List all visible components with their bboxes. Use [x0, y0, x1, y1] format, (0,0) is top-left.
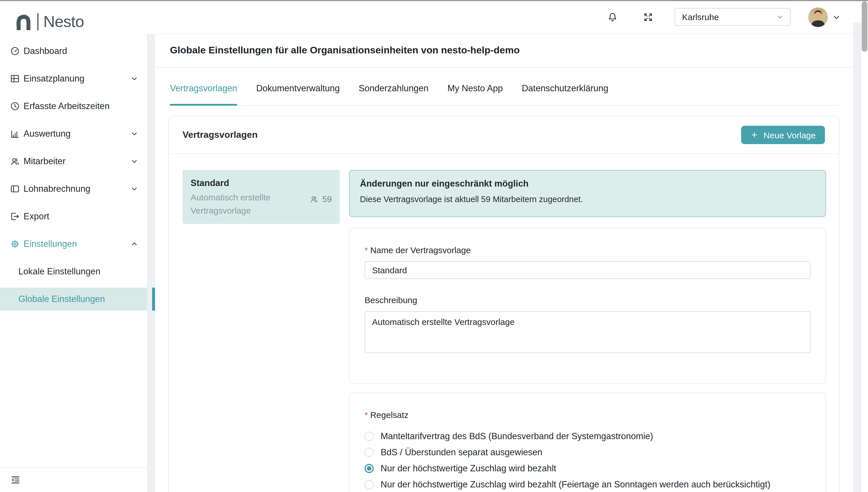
sidebar-item-export[interactable]: Export	[0, 203, 147, 230]
window-top-edge	[0, 0, 868, 1]
page-title: Globale Einstellungen für alle Organisat…	[170, 45, 520, 56]
clock-icon	[10, 101, 20, 112]
nesto-logo-mark-icon	[14, 12, 33, 31]
sidebar-item-lohnabrechnung[interactable]: Lohnabrechnung	[0, 175, 147, 203]
collapse-sidebar-icon[interactable]	[10, 475, 21, 485]
bar-chart-icon	[10, 129, 20, 139]
name-field-label: *Name der Vertragsvorlage	[365, 245, 811, 256]
plus-icon	[750, 131, 758, 139]
tab-sonderzahlungen[interactable]: Sonderzahlungen	[359, 68, 428, 106]
sidebar-item-label: Einsatzplanung	[24, 73, 84, 84]
radio-unchecked-icon	[365, 480, 374, 489]
chevron-up-icon	[131, 241, 138, 247]
radio-unchecked-icon	[365, 448, 374, 457]
sidebar-gutter	[147, 34, 155, 492]
template-description-textarea[interactable]: Automatisch erstellte Vertragsvorlage	[365, 311, 811, 353]
sidebar-footer	[0, 467, 147, 492]
sidebar-subitem-label: Globale Einstellungen	[18, 294, 105, 304]
description-field-label: Beschreibung	[365, 295, 811, 306]
location-select-value: Karlsruhe	[682, 12, 719, 22]
sidebar-nav: Dashboard Einsatzplanung	[0, 37, 147, 311]
new-template-button-label: Neue Vorlage	[764, 130, 816, 140]
fullscreen-expand-icon	[642, 11, 654, 23]
sidebar-item-label: Dashboard	[24, 46, 67, 56]
required-asterisk: *	[365, 245, 368, 255]
tab-vertragsvorlagen[interactable]: Vertragsvorlagen	[170, 68, 237, 106]
sidebar-item-label: Einstellungen	[24, 239, 77, 249]
radio-checked-icon	[365, 464, 374, 473]
template-name-input[interactable]	[365, 261, 811, 279]
tab-bar: Vertragsvorlagen Dokumentverwaltung Sond…	[170, 68, 839, 106]
sidebar: Nesto Dashboard Einsatzplanung	[0, 1, 147, 492]
assigned-count-value: 59	[322, 194, 332, 204]
people-icon	[310, 194, 319, 203]
sidebar-item-auswertung[interactable]: Auswertung	[0, 120, 147, 148]
sidebar-item-label: Lohnabrechnung	[24, 184, 91, 194]
logo-wordmark: Nesto	[43, 13, 84, 31]
chevron-down-icon	[833, 13, 840, 21]
chevron-down-icon	[131, 75, 138, 82]
ruleset-form-card: *Regelsatz Manteltarifvertrag des BdS (B…	[349, 393, 826, 492]
template-list-item-standard[interactable]: Standard Automatisch erstellte Vertragsv…	[182, 170, 340, 224]
panel-heading: Vertragsvorlagen	[182, 130, 257, 140]
active-item-indicator	[152, 288, 155, 311]
notice-body: Diese Vertragsvorlage ist aktuell 59 Mit…	[360, 195, 815, 204]
sidebar-item-label: Auswertung	[24, 129, 71, 139]
notifications-button[interactable]	[607, 11, 618, 23]
sidebar-item-dashboard[interactable]: Dashboard	[0, 37, 147, 65]
sidebar-item-einstellungen[interactable]: Einstellungen	[0, 230, 147, 258]
export-icon	[10, 211, 20, 222]
sidebar-item-einsatzplanung[interactable]: Einsatzplanung	[0, 65, 147, 93]
chevron-down-icon	[131, 186, 138, 192]
new-template-button[interactable]: Neue Vorlage	[741, 126, 825, 144]
template-assigned-count: 59	[310, 194, 332, 204]
main-area: Karlsruhe	[155, 1, 868, 492]
required-asterisk: *	[365, 410, 368, 420]
tab-dokumentverwaltung[interactable]: Dokumentverwaltung	[256, 68, 340, 106]
radio-unchecked-icon	[365, 432, 374, 441]
sidebar-item-label: Export	[24, 211, 49, 222]
app-root: Nesto Dashboard Einsatzplanung	[0, 0, 868, 492]
gear-icon	[10, 239, 20, 249]
ruleset-field-label: *Regelsatz	[365, 409, 811, 421]
sidebar-subitem-label: Lokale Einstellungen	[18, 266, 100, 277]
bell-icon	[607, 11, 618, 23]
tab-datenschutzerklaerung[interactable]: Datenschutzerklärung	[522, 68, 609, 106]
gauge-icon	[10, 46, 20, 56]
fullscreen-button[interactable]	[642, 11, 654, 23]
user-menu[interactable]	[808, 7, 840, 27]
chevron-down-icon	[777, 14, 783, 20]
sidebar-item-erfasste-arbeitszeiten[interactable]: Erfasste Arbeitszeiten	[0, 93, 147, 120]
tab-my-nesto-app[interactable]: My Nesto App	[447, 68, 503, 106]
scrollbar-thumb[interactable]	[861, 1, 867, 52]
location-select[interactable]: Karlsruhe	[674, 8, 791, 26]
wallet-icon	[10, 184, 20, 194]
top-header: Karlsruhe	[155, 1, 868, 34]
scrollbar-track[interactable]	[853, 22, 861, 492]
avatar	[808, 7, 828, 27]
page-title-bar: Globale Einstellungen für alle Organisat…	[155, 34, 853, 68]
sidebar-item-label: Mitarbeiter	[24, 156, 66, 167]
chevron-down-icon	[131, 158, 138, 165]
chevron-down-icon	[131, 130, 138, 137]
notice-title: Änderungen nur eingeschränkt möglich	[360, 178, 815, 189]
ruleset-option-hoechstwertiger-zuschlag[interactable]: Nur der höchstwertige Zuschlag wird beza…	[365, 461, 811, 476]
sidebar-item-lokale-einstellungen[interactable]: Lokale Einstellungen	[0, 258, 147, 285]
ruleset-option-hoechstwertiger-zuschlag-feiertage[interactable]: Nur der höchstwertige Zuschlag wird beza…	[365, 476, 811, 492]
people-icon	[10, 156, 20, 167]
ruleset-option-bds-ueberstunden[interactable]: BdS / Überstunden separat ausgewiesen	[365, 444, 811, 461]
vertragsvorlagen-panel: Vertragsvorlagen Neue Vorlage Standard A…	[168, 116, 839, 492]
nesto-logo[interactable]: Nesto	[14, 12, 84, 31]
template-form-card: *Name der Vertragsvorlage Beschreibung A…	[349, 228, 826, 384]
template-name: Standard	[191, 177, 332, 190]
sidebar-item-globale-einstellungen[interactable]: Globale Einstellungen	[0, 288, 147, 311]
sidebar-item-label: Erfasste Arbeitszeiten	[24, 101, 110, 112]
logo-divider	[37, 13, 38, 30]
panel-header: Vertragsvorlagen Neue Vorlage	[169, 117, 839, 154]
ruleset-option-manteltarifvertrag[interactable]: Manteltarifvertrag des BdS (Bundesverban…	[365, 428, 811, 444]
planning-grid-icon	[10, 73, 20, 84]
restriction-notice: Änderungen nur eingeschränkt möglich Die…	[349, 170, 826, 217]
template-description: Automatisch erstellte Vertragsvorlage	[191, 191, 282, 217]
sidebar-item-mitarbeiter[interactable]: Mitarbeiter	[0, 148, 147, 175]
ruleset-radio-group: Manteltarifvertrag des BdS (Bundesverban…	[365, 428, 811, 492]
